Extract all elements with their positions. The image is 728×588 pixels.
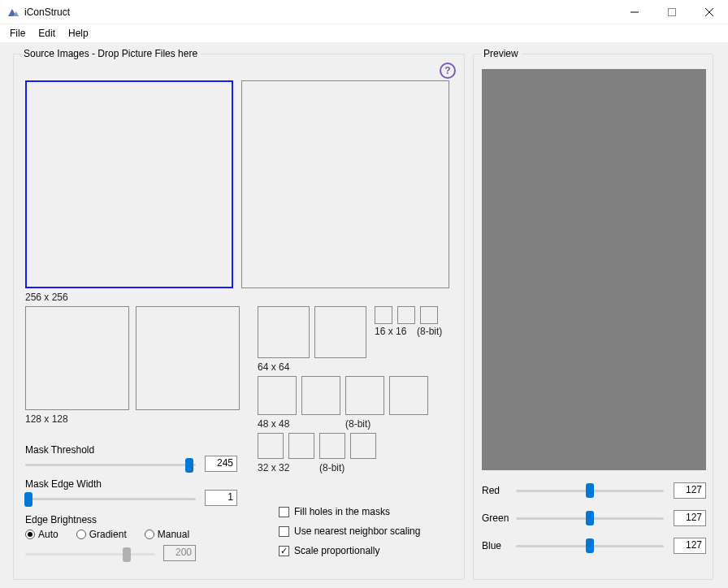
slot-64-a[interactable] <box>258 306 310 358</box>
menu-help[interactable]: Help <box>62 26 95 41</box>
green-label: Green <box>482 512 516 524</box>
slot-16-a[interactable] <box>375 306 392 324</box>
mask-edge-value[interactable]: 1 <box>205 490 237 506</box>
titlebar: iConStruct <box>0 0 728 24</box>
mask-threshold-value[interactable]: 245 <box>205 456 237 472</box>
brightness-slider <box>25 553 155 556</box>
slot-256[interactable] <box>25 80 233 288</box>
label-128: 128 x 128 <box>25 413 68 425</box>
check-fill-holes[interactable]: Fill holes in the masks <box>279 506 390 517</box>
slot-48-b[interactable] <box>301 376 340 415</box>
mask-threshold-slider[interactable] <box>25 464 196 466</box>
label-32-8bit: (8-bit) <box>319 462 344 473</box>
app-icon <box>6 6 20 19</box>
window-buttons <box>616 0 728 24</box>
menu-file[interactable]: File <box>3 26 32 41</box>
mask-threshold-label: Mask Threshold <box>25 444 94 456</box>
label-16: 16 x 16 <box>375 326 406 337</box>
brightness-value: 200 <box>163 545 196 561</box>
blue-row: Blue 127 <box>482 537 706 555</box>
source-group-title: Source Images - Drop Picture Files here <box>20 48 201 59</box>
mask-threshold-thumb[interactable] <box>185 458 193 473</box>
svg-rect-3 <box>669 8 676 15</box>
blue-thumb[interactable] <box>586 538 594 553</box>
source-images-group: Source Images - Drop Picture Files here … <box>13 54 465 580</box>
red-thumb[interactable] <box>586 483 594 498</box>
green-slider[interactable] <box>516 517 664 520</box>
check-scale-proportional[interactable]: Scale proportionally <box>279 545 379 556</box>
slot-64-b[interactable] <box>314 306 366 358</box>
edge-brightness-label: Edge Brightness <box>25 514 97 525</box>
preview-canvas <box>482 69 706 470</box>
slot-32-b[interactable] <box>288 433 314 459</box>
slot-128-b[interactable] <box>136 306 240 410</box>
slot-128-a[interactable] <box>25 306 129 410</box>
slot-48-c[interactable] <box>345 376 384 415</box>
label-256: 256 x 256 <box>25 292 68 303</box>
client-area: 安下载 anxz.com Source Images - Drop Pictur… <box>0 42 728 588</box>
menu-edit[interactable]: Edit <box>32 26 62 41</box>
menu-bar: File Edit Help <box>0 24 728 42</box>
red-value[interactable]: 127 <box>674 482 706 499</box>
maximize-button[interactable] <box>653 0 691 24</box>
slot-48-d[interactable] <box>389 376 428 415</box>
slot-48-a[interactable] <box>258 376 297 415</box>
edge-brightness-radios: Auto Gradient Manual <box>25 529 189 540</box>
check-nearest-neighbor[interactable]: Use nearest neighbor scaling <box>279 525 420 537</box>
label-48-8bit: (8-bit) <box>345 418 370 430</box>
slot-16-c[interactable] <box>420 306 438 324</box>
mask-edge-slider[interactable] <box>25 498 196 500</box>
label-16-8bit: (8-bit) <box>417 326 442 337</box>
radio-gradient[interactable]: Gradient <box>76 529 127 540</box>
red-label: Red <box>482 485 516 496</box>
brightness-thumb <box>123 547 131 562</box>
slot-256-b[interactable] <box>241 80 449 288</box>
mask-edge-label: Mask Edge Width <box>25 478 102 490</box>
slot-32-d[interactable] <box>350 433 376 459</box>
radio-manual[interactable]: Manual <box>145 529 189 540</box>
green-thumb[interactable] <box>586 511 594 525</box>
label-64: 64 x 64 <box>258 361 289 373</box>
slot-32-a[interactable] <box>258 433 284 459</box>
close-button[interactable] <box>691 0 728 24</box>
mask-edge-thumb[interactable] <box>24 492 32 507</box>
slot-16-b[interactable] <box>397 306 415 324</box>
slot-32-c[interactable] <box>319 433 345 459</box>
preview-group: Preview Red 127 Green 127 Blue 127 <box>473 54 713 580</box>
minimize-button[interactable] <box>616 0 653 24</box>
label-48: 48 x 48 <box>258 418 289 430</box>
green-value[interactable]: 127 <box>674 510 706 526</box>
help-icon[interactable]: ? <box>440 63 456 79</box>
blue-slider[interactable] <box>516 545 664 547</box>
red-slider[interactable] <box>516 490 664 492</box>
blue-value[interactable]: 127 <box>674 538 706 554</box>
window-title: iConStruct <box>24 6 616 18</box>
red-row: Red 127 <box>482 482 706 499</box>
green-row: Green 127 <box>482 509 706 527</box>
preview-title: Preview <box>480 48 522 59</box>
radio-auto[interactable]: Auto <box>25 529 58 540</box>
label-32: 32 x 32 <box>258 462 289 473</box>
blue-label: Blue <box>482 540 516 551</box>
